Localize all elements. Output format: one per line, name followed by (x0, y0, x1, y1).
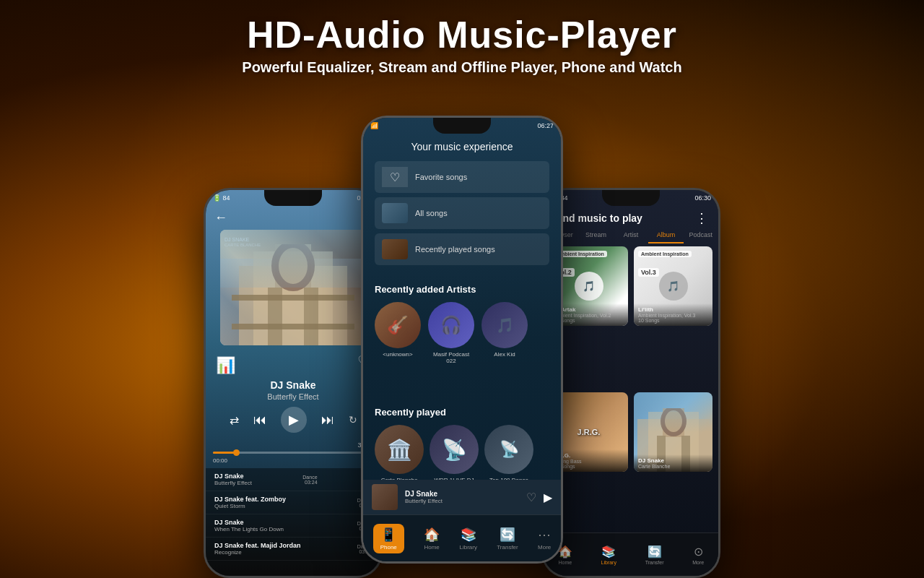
home-nav-icon: 🏠 (424, 527, 440, 543)
progress-bar[interactable] (213, 452, 373, 454)
status-time-right: 06:30 (694, 194, 711, 202)
playlist-item[interactable]: DJ Snake Butterfly Effect Dance 03:24 ♪ (206, 468, 380, 491)
time-current: 00:00 (213, 457, 227, 464)
album-card-2[interactable]: Ambient Inspiration Vol.3 🎵 Li'lith Ambi… (634, 246, 712, 326)
recent-songs-label: Recently played songs (415, 245, 495, 254)
album-songs-3: 17 Songs (554, 464, 624, 469)
album-sub-4: Carte Blanche (638, 464, 708, 469)
left-phone-screen: 🔋 84 06:29 ← DJ SNAKE CARTE BLANCHE (206, 190, 380, 576)
artist-name-alex: Alex Kid (494, 351, 515, 358)
r-nav-more[interactable]: ⊙ More (692, 545, 704, 565)
next-button[interactable]: ⏭ (321, 413, 334, 428)
playlist-item[interactable]: DJ Snake feat. Zomboy Quiet Storm Dance … (206, 491, 380, 514)
favorites-icon: ♡ (382, 167, 408, 187)
r-more-label: More (692, 560, 704, 565)
album-art-image: DJ SNAKE CARTE BLANCHE (220, 230, 366, 345)
artist-circle-unknown: 🎸 (375, 302, 421, 348)
r-more-icon: ⊙ (694, 545, 703, 558)
album-center-text-3: J.R.G. (578, 428, 601, 436)
nav-library-label: Library (459, 544, 476, 551)
r-nav-library[interactable]: 📚 Library (601, 545, 616, 565)
artist-circle-masif: 🎧 (428, 302, 474, 348)
nav-library[interactable]: 📚 Library (459, 527, 476, 551)
repeat-button[interactable]: ↻ (349, 414, 357, 426)
pi-track-1: Butterfly Effect (214, 480, 252, 486)
album-logo-1: 🎵 (575, 272, 603, 301)
prev-button[interactable]: ⏮ (253, 413, 266, 428)
center-screen-title: Your music experience (363, 141, 561, 152)
artist-unknown[interactable]: 🎸 <unknown> (375, 302, 421, 364)
nav-home[interactable]: 🏠 Home (424, 527, 440, 551)
right-menu-button[interactable]: ⋮ (695, 210, 708, 226)
mini-play-button[interactable]: ▶ (544, 491, 552, 504)
mini-favorite-button[interactable]: ♡ (526, 491, 536, 504)
artist-bg-alex: 🎵 (481, 302, 528, 348)
artist-bg-masif: 🎧 (428, 302, 474, 348)
album-text-jrg: J.R.G. (578, 428, 601, 436)
back-button[interactable]: ← (214, 210, 227, 225)
r-nav-transfer[interactable]: 🔄 Transfer (645, 545, 664, 565)
rp-circle-wdr: 📡 (430, 425, 479, 474)
tab-album[interactable]: Album (648, 228, 683, 243)
playlist-item[interactable]: DJ Snake feat. Majid Jordan Recognize Da… (206, 538, 380, 561)
play-button[interactable]: ▶ (281, 407, 307, 433)
tab-stream[interactable]: Stream (578, 228, 613, 243)
nav-more-label: More (538, 544, 551, 551)
mini-album-thumb (372, 484, 398, 510)
nav-transfer[interactable]: 🔄 Transfer (497, 527, 518, 551)
artist-circle-alex: 🎵 (481, 302, 528, 348)
right-albums-grid: Ambient Inspiration Vol.2 🎵 Dj Artak Amb… (549, 246, 712, 532)
menu-item-all[interactable]: All songs (375, 197, 549, 229)
equalizer-icon[interactable]: 📊 (216, 356, 235, 375)
wifi-icon: 📡 (442, 438, 467, 462)
status-time-center: 06:27 (537, 122, 554, 129)
all-songs-label: All songs (415, 209, 448, 217)
all-songs-bg (382, 203, 408, 223)
nav-transfer-label: Transfer (497, 544, 518, 551)
recently-played-section: Recently played 🏛️ Carte Blanche DJ Snak… (375, 407, 549, 491)
rp-bg-carte: 🏛️ (375, 425, 424, 474)
rp-bg-wdr: 📡 (430, 425, 479, 474)
rp-bg-top100: 📡 (484, 425, 533, 474)
favorites-label: Favorite songs (415, 173, 467, 181)
notch-right (602, 190, 660, 206)
artist-masif[interactable]: 🎧 Masif Podcast 022 (428, 302, 474, 364)
recently-played-title: Recently played (375, 407, 549, 418)
album-sub-3: Beijing Bass (554, 459, 624, 464)
mini-player: DJ Snake Butterfly Effect ♡ ▶ (363, 480, 561, 514)
nav-phone-label: Phone (380, 544, 397, 551)
nav-phone[interactable]: 📱 Phone (373, 524, 404, 553)
pi-genre-1: Dance (302, 475, 317, 480)
pi-track-4: Recognize (214, 549, 301, 556)
transfer-nav-icon: 🔄 (500, 527, 515, 543)
rp-circle-top100: 📡 (484, 425, 533, 474)
artist-name-unknown: <unknown> (383, 351, 412, 358)
top100-icon: 📡 (500, 440, 519, 459)
more-nav-icon: ⋯ (538, 527, 551, 543)
mini-info: DJ Snake Butterfly Effect (405, 490, 519, 504)
album-songs-1: 10 Songs (554, 318, 624, 323)
mini-song-artist: Butterfly Effect (405, 498, 519, 504)
right-header: Find music to play ⋮ (544, 210, 718, 226)
album-card-4[interactable]: DJ Snake Carte Blanche (634, 392, 712, 472)
artist-alex[interactable]: 🎵 Alex Kid (481, 302, 528, 364)
pi-name-3: DJ Snake (214, 519, 284, 526)
menu-item-recent[interactable]: Recently played songs (375, 233, 549, 265)
pi-name-4: DJ Snake feat. Majid Jordan (214, 542, 301, 549)
r-library-icon: 📚 (601, 545, 616, 558)
nav-more[interactable]: ⋯ More (538, 527, 551, 551)
menu-item-favorites[interactable]: ♡ Favorite songs (375, 161, 549, 193)
page-subtitle: Powerful Equalizer, Stream and Offline P… (0, 59, 924, 76)
artists-section: Recently added Artists 🎸 <unknown> (375, 284, 549, 364)
artist-bg-unknown: 🎸 (375, 302, 421, 348)
tab-artist[interactable]: Artist (614, 228, 648, 243)
all-songs-thumb (382, 203, 408, 223)
pi-time-1: 03:24 (302, 480, 317, 485)
album-art: DJ SNAKE CARTE BLANCHE (220, 230, 366, 345)
playlist-item[interactable]: DJ Snake When The Lights Go Down Dance 0… (206, 514, 380, 538)
tab-podcast[interactable]: Podcast (684, 228, 718, 243)
shuffle-button[interactable]: ⇄ (230, 413, 239, 427)
phones-container: 🔋 84 06:29 ← DJ SNAKE CARTE BLANCHE (0, 105, 924, 578)
pi-track-3: When The Lights Go Down (214, 526, 284, 532)
sky-overlay (220, 230, 366, 288)
